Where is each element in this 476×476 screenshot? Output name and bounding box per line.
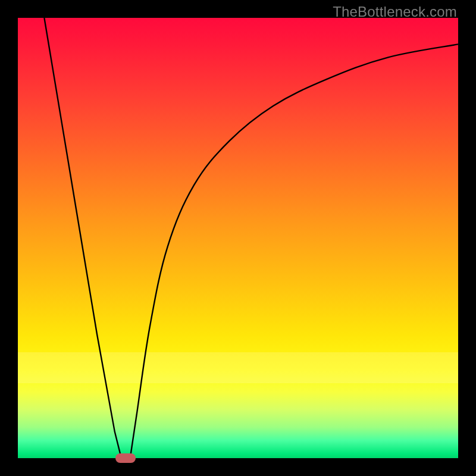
plot-area [18,18,458,458]
background-gradient [18,18,458,458]
chart-frame: TheBottleneck.com [0,0,476,476]
